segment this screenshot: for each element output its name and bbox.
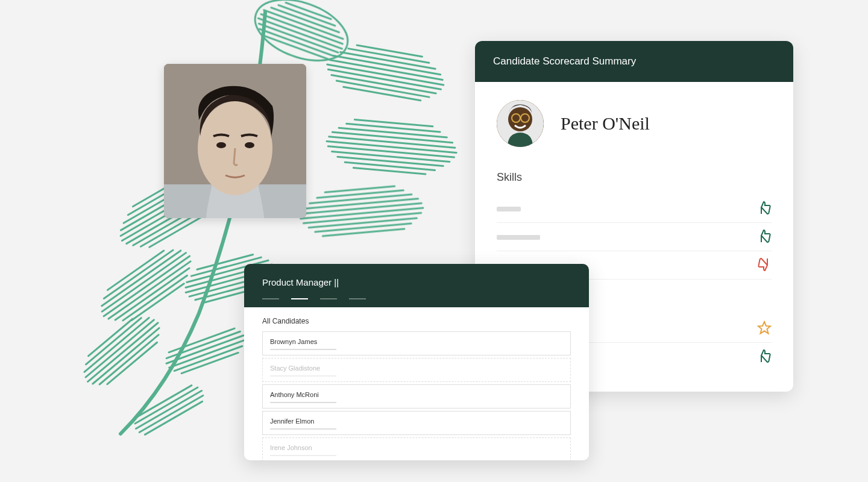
svg-line-56 xyxy=(123,275,187,321)
svg-point-91 xyxy=(245,142,254,148)
svg-line-75 xyxy=(107,342,157,384)
svg-line-16 xyxy=(341,52,436,69)
job-tab[interactable] xyxy=(320,298,337,299)
candidate-name: Peter O'Neil xyxy=(561,113,650,134)
svg-line-53 xyxy=(104,256,190,316)
candidate-header: Peter O'Neil xyxy=(497,100,772,147)
svg-line-23 xyxy=(328,146,454,157)
rating-thumbs-down[interactable] xyxy=(757,257,772,274)
rating-thumbs-up[interactable] xyxy=(757,201,772,218)
svg-line-32 xyxy=(301,203,421,213)
scorecard-title: Candidate Scorecard Summary xyxy=(475,41,793,82)
svg-line-31 xyxy=(304,199,418,209)
skill-row xyxy=(497,195,772,223)
svg-line-26 xyxy=(339,128,447,137)
skill-row xyxy=(497,223,772,251)
candidate-list: Brownyn JamesStacy GladistoneAnthony McR… xyxy=(262,331,571,460)
svg-line-6 xyxy=(262,35,328,59)
candidate-row[interactable]: Stacy Gladistone xyxy=(262,358,571,382)
all-candidates-heading: All Candidates xyxy=(262,317,571,325)
svg-line-69 xyxy=(86,320,154,377)
svg-line-25 xyxy=(338,157,443,166)
rating-thumbs-up[interactable] xyxy=(757,229,772,246)
thumbs-up-icon[interactable] xyxy=(757,349,772,363)
svg-point-90 xyxy=(216,142,226,148)
star-icon[interactable] xyxy=(757,321,772,335)
candidate-row[interactable]: Anthony McRoni xyxy=(262,384,571,408)
svg-line-54 xyxy=(108,261,190,319)
svg-line-83 xyxy=(136,391,201,429)
job-tab[interactable] xyxy=(291,298,308,299)
candidate-portrait xyxy=(164,64,306,218)
thumbs-down-icon[interactable] xyxy=(757,257,772,272)
candidate-row[interactable]: Irene Johnson xyxy=(262,437,571,460)
candidate-row-name: Jennifer Elmon xyxy=(270,418,563,425)
candidate-row-underline xyxy=(270,402,336,403)
svg-line-52 xyxy=(102,253,186,312)
candidate-row[interactable]: Brownyn James xyxy=(262,331,571,355)
job-title: Product Manager || xyxy=(262,277,571,287)
svg-line-14 xyxy=(332,75,436,93)
svg-line-79 xyxy=(174,346,242,371)
rating-thumbs-up[interactable] xyxy=(757,349,772,366)
thumbs-up-icon[interactable] xyxy=(757,201,772,215)
skill-label-placeholder xyxy=(497,235,540,240)
svg-line-35 xyxy=(309,218,417,228)
svg-line-7 xyxy=(271,8,339,33)
svg-line-8 xyxy=(278,5,335,25)
svg-line-80 xyxy=(169,328,234,352)
svg-line-36 xyxy=(315,224,411,232)
svg-line-10 xyxy=(333,56,440,75)
rating-star[interactable] xyxy=(757,321,772,337)
job-tab[interactable] xyxy=(262,298,279,299)
candidate-row-underline xyxy=(270,428,336,430)
skill-label-placeholder xyxy=(497,207,521,211)
candidate-row-underline xyxy=(270,375,336,377)
svg-line-33 xyxy=(301,208,423,219)
thumbs-up-icon[interactable] xyxy=(757,229,772,243)
svg-line-24 xyxy=(332,151,450,161)
svg-line-51 xyxy=(102,251,181,306)
svg-marker-97 xyxy=(758,322,770,334)
candidate-row-name: Stacy Gladistone xyxy=(270,365,563,372)
candidate-row-name: Anthony McRoni xyxy=(270,391,563,398)
svg-line-58 xyxy=(107,251,163,290)
job-panel: Product Manager || All Candidates Browny… xyxy=(244,264,589,460)
candidate-row-name: Brownyn James xyxy=(270,338,563,345)
svg-line-20 xyxy=(332,132,452,142)
job-tab[interactable] xyxy=(349,298,366,299)
svg-line-72 xyxy=(99,335,159,384)
job-tabs xyxy=(262,298,571,299)
svg-line-34 xyxy=(303,213,421,223)
candidate-row-name: Irene Johnson xyxy=(270,444,563,451)
svg-line-37 xyxy=(310,195,412,204)
candidate-avatar xyxy=(497,100,544,147)
skills-heading: Skills xyxy=(497,171,772,184)
candidate-row[interactable]: Jennifer Elmon xyxy=(262,411,571,435)
svg-line-70 xyxy=(88,323,158,382)
candidate-row-underline xyxy=(270,455,336,456)
svg-line-81 xyxy=(181,352,238,373)
svg-line-21 xyxy=(329,137,455,148)
candidate-row-underline xyxy=(270,349,336,350)
